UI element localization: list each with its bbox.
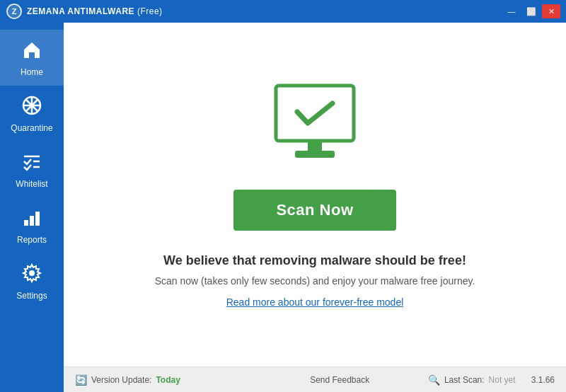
update-icon: 🔄 bbox=[75, 374, 87, 386]
sidebar-item-settings-label: Settings bbox=[16, 291, 47, 301]
version-update-section: 🔄 Version Update: Today bbox=[75, 374, 251, 386]
scan-now-button[interactable]: Scan Now bbox=[233, 190, 395, 231]
content-area: Scan Now We believe that removing malwar… bbox=[64, 23, 566, 392]
svg-rect-11 bbox=[24, 220, 28, 226]
update-prefix-label: Version Update: bbox=[91, 375, 151, 385]
sidebar-item-home[interactable]: Home bbox=[0, 30, 64, 86]
reports-icon bbox=[21, 206, 43, 232]
send-feedback-link[interactable]: Send Feedback bbox=[310, 375, 369, 385]
whitelist-icon bbox=[21, 150, 43, 176]
scan-value: Not yet bbox=[489, 375, 516, 385]
sidebar-item-home-label: Home bbox=[21, 67, 43, 77]
home-icon bbox=[21, 38, 43, 64]
learn-more-link[interactable]: Read more about our forever-free model bbox=[226, 296, 404, 308]
update-value: Today bbox=[156, 375, 180, 385]
svg-rect-15 bbox=[276, 86, 354, 141]
titlebar: Z ZEMANA ANTIMALWARE (Free) — ⬜ ✕ bbox=[0, 0, 566, 23]
settings-icon bbox=[21, 262, 43, 288]
feedback-section: Send Feedback bbox=[251, 375, 427, 385]
sidebar: Home Quarantine bbox=[0, 23, 64, 392]
window-controls: — ⬜ ✕ bbox=[502, 4, 560, 18]
subtitle-text: Scan now (takes only few seconds) and en… bbox=[155, 275, 475, 287]
sidebar-item-settings[interactable]: Settings bbox=[0, 253, 64, 309]
sidebar-item-whitelist-label: Whitelist bbox=[16, 179, 47, 189]
svg-text:Z: Z bbox=[12, 7, 17, 16]
app-logo: Z bbox=[6, 3, 23, 20]
sidebar-item-reports-label: Reports bbox=[17, 235, 47, 245]
app-body: Home Quarantine bbox=[0, 23, 566, 392]
sidebar-item-whitelist[interactable]: Whitelist bbox=[0, 142, 64, 197]
monitor-illustration bbox=[265, 82, 364, 170]
last-scan-section: 🔍 Last Scan: Not yet 3.1.66 bbox=[428, 374, 555, 386]
minimize-button[interactable]: — bbox=[502, 4, 521, 18]
close-button[interactable]: ✕ bbox=[542, 4, 560, 18]
statusbar: 🔄 Version Update: Today Send Feedback 🔍 … bbox=[64, 367, 566, 392]
monitor-icon bbox=[265, 82, 364, 167]
svg-rect-17 bbox=[295, 151, 335, 158]
svg-rect-13 bbox=[35, 212, 40, 226]
scan-prefix-label: Last Scan: bbox=[444, 375, 485, 385]
scan-status-icon: 🔍 bbox=[428, 374, 440, 386]
maximize-button[interactable]: ⬜ bbox=[522, 4, 541, 18]
app-title: ZEMANA ANTIMALWARE (Free) bbox=[27, 6, 502, 16]
sidebar-item-quarantine[interactable]: Quarantine bbox=[0, 86, 64, 142]
svg-point-14 bbox=[29, 270, 35, 276]
svg-rect-12 bbox=[30, 216, 34, 226]
version-label: 3.1.66 bbox=[531, 375, 555, 385]
sidebar-item-reports[interactable]: Reports bbox=[0, 197, 64, 253]
main-panel: Scan Now We believe that removing malwar… bbox=[64, 23, 566, 367]
tagline-text: We believe that removing malware should … bbox=[163, 253, 466, 268]
svg-rect-16 bbox=[308, 141, 322, 151]
quarantine-icon bbox=[21, 94, 43, 120]
sidebar-item-quarantine-label: Quarantine bbox=[11, 123, 52, 133]
